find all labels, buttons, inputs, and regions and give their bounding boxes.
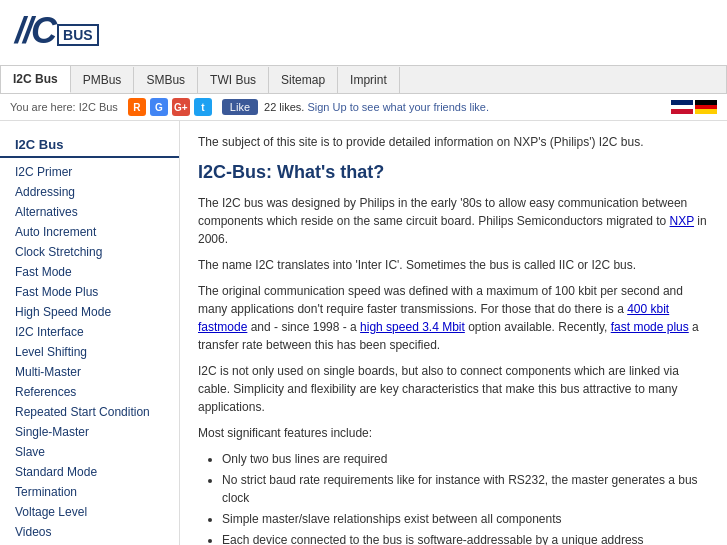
main-content: The subject of this site is to provide d… bbox=[180, 121, 727, 545]
breadcrumb-bar: You are here: I2C Bus R G G+ t Like 22 l… bbox=[0, 94, 727, 121]
sidebar-item-slave[interactable]: Slave bbox=[0, 442, 179, 462]
nav-item-i2cbus[interactable]: I2C Bus bbox=[1, 66, 71, 93]
sidebar-item-voltagelevel[interactable]: Voltage Level bbox=[0, 502, 179, 522]
nav-item-smbus[interactable]: SMBus bbox=[134, 67, 198, 93]
list-item: Simple master/slave relationships exist … bbox=[222, 510, 709, 528]
language-flags bbox=[671, 100, 717, 114]
flag-uk[interactable] bbox=[671, 100, 693, 114]
list-item: Only two bus lines are required bbox=[222, 450, 709, 468]
nav-item-twibus[interactable]: TWI Bus bbox=[198, 67, 269, 93]
fb-count: 22 likes. Sign Up to see what your frien… bbox=[264, 101, 489, 113]
sidebar-item-i2cprimer[interactable]: I2C Primer bbox=[0, 162, 179, 182]
sidebar-item-singlemaster[interactable]: Single-Master bbox=[0, 422, 179, 442]
nav-item-pmbus[interactable]: PMBus bbox=[71, 67, 135, 93]
para4: I2C is not only used on single boards, b… bbox=[198, 362, 709, 416]
sidebar-item-multimaster[interactable]: Multi-Master bbox=[0, 362, 179, 382]
fb-signup-link[interactable]: Sign Up to see what your friends like. bbox=[307, 101, 489, 113]
sidebar-item-fastmode[interactable]: Fast Mode bbox=[0, 262, 179, 282]
twitter-icon[interactable]: t bbox=[194, 98, 212, 116]
features-heading: Most significant features include: bbox=[198, 424, 709, 442]
sidebar-item-clockstretching[interactable]: Clock Stretching bbox=[0, 242, 179, 262]
para2: The name I2C translates into 'Inter IC'.… bbox=[198, 256, 709, 274]
fastmodeplus-link[interactable]: fast mode plus bbox=[611, 320, 689, 334]
main-nav: I2C Bus PMBus SMBus TWI Bus Sitemap Impr… bbox=[0, 66, 727, 94]
social-icons: R G G+ t bbox=[128, 98, 212, 116]
highspeed-link[interactable]: high speed 3.4 Mbit bbox=[360, 320, 465, 334]
sidebar-item-references[interactable]: References bbox=[0, 382, 179, 402]
facebook-like-section: Like 22 likes. Sign Up to see what your … bbox=[222, 99, 489, 115]
main-layout: I2C Bus I2C Primer Addressing Alternativ… bbox=[0, 121, 727, 545]
sidebar-item-repeatedstart[interactable]: Repeated Start Condition bbox=[0, 402, 179, 422]
sidebar-item-videos[interactable]: Videos bbox=[0, 522, 179, 542]
sidebar-item-termination[interactable]: Termination bbox=[0, 482, 179, 502]
nav-item-imprint[interactable]: Imprint bbox=[338, 67, 400, 93]
sidebar-item-highspeedmode[interactable]: High Speed Mode bbox=[0, 302, 179, 322]
para3: The original communication speed was def… bbox=[198, 282, 709, 354]
breadcrumb: You are here: I2C Bus bbox=[10, 101, 118, 113]
list-item: Each device connected to the bus is soft… bbox=[222, 531, 709, 545]
nav-item-sitemap[interactable]: Sitemap bbox=[269, 67, 338, 93]
header: //C BUS bbox=[0, 0, 727, 66]
main-heading: I2C-Bus: What's that? bbox=[198, 159, 709, 186]
sidebar-item-levelshifting[interactable]: Level Shifting bbox=[0, 342, 179, 362]
sidebar-item-alternatives[interactable]: Alternatives bbox=[0, 202, 179, 222]
sidebar-item-addressing[interactable]: Addressing bbox=[0, 182, 179, 202]
google-icon[interactable]: G bbox=[150, 98, 168, 116]
sidebar-item-autoincrement[interactable]: Auto Increment bbox=[0, 222, 179, 242]
nxp-link[interactable]: NXP bbox=[670, 214, 694, 228]
flag-de[interactable] bbox=[695, 100, 717, 114]
sidebar-item-fastmodeplus[interactable]: Fast Mode Plus bbox=[0, 282, 179, 302]
sidebar: I2C Bus I2C Primer Addressing Alternativ… bbox=[0, 121, 180, 545]
rss-icon[interactable]: R bbox=[128, 98, 146, 116]
googleplus-icon[interactable]: G+ bbox=[172, 98, 190, 116]
like-button[interactable]: Like bbox=[222, 99, 258, 115]
features-list: Only two bus lines are required No stric… bbox=[222, 450, 709, 545]
sidebar-item-standardmode[interactable]: Standard Mode bbox=[0, 462, 179, 482]
list-item: No strict baud rate requirements like fo… bbox=[222, 471, 709, 507]
logo: //C BUS bbox=[15, 10, 712, 52]
logo-text: //C bbox=[15, 10, 55, 52]
para1: The I2C bus was designed by Philips in t… bbox=[198, 194, 709, 248]
sidebar-title: I2C Bus bbox=[0, 131, 179, 158]
subject-line: The subject of this site is to provide d… bbox=[198, 133, 709, 151]
logo-bus: BUS bbox=[57, 24, 99, 46]
sidebar-item-i2cinterface[interactable]: I2C Interface bbox=[0, 322, 179, 342]
